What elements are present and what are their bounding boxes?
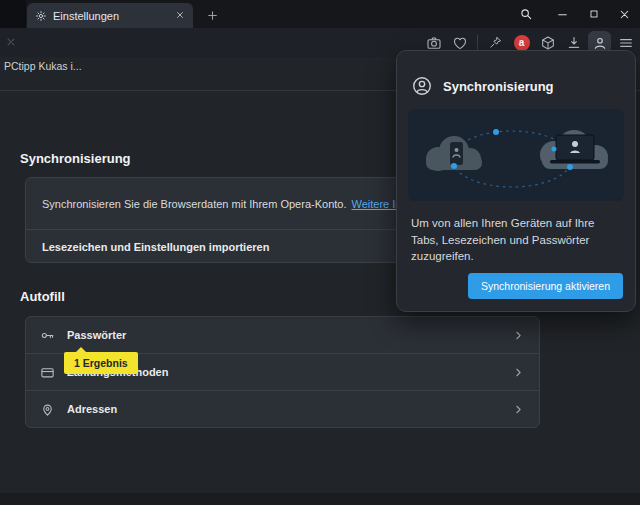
person-circle-icon (411, 75, 433, 97)
cube-icon (540, 35, 556, 51)
close-button[interactable] (609, 0, 640, 28)
sync-section-heading: Synchronisierung (20, 151, 131, 166)
pushpin-icon (488, 35, 503, 50)
popup-body-text: Um von allen Ihren Geräten auf Ihre Tabs… (397, 201, 635, 265)
search-button[interactable] (510, 0, 541, 28)
menu-sliders-icon (618, 35, 634, 51)
credit-card-icon (40, 365, 55, 380)
window-controls (510, 0, 640, 28)
sync-description: Synchronisieren Sie die Browserdaten mit… (42, 198, 346, 210)
passwords-row[interactable]: Passwörter (26, 317, 539, 354)
result-count-badge: 1 Ergebnis (64, 352, 138, 374)
popup-title: Synchronisierung (443, 79, 554, 94)
popup-header: Synchronisierung (397, 51, 635, 109)
tab-title: Einstellungen (53, 10, 119, 22)
addresses-label: Adressen (67, 403, 117, 415)
close-icon (618, 8, 631, 21)
heart-icon (452, 35, 468, 51)
passwords-label: Passwörter (67, 329, 126, 341)
search-icon (519, 7, 533, 21)
window-bottom-edge (0, 493, 640, 505)
sync-illustration (408, 109, 624, 201)
window-corner (0, 0, 26, 28)
autofill-section-heading: Autofill (20, 289, 65, 304)
gear-icon (35, 10, 47, 22)
tab-close-icon[interactable] (175, 10, 185, 22)
minimize-button[interactable] (547, 0, 578, 28)
minimize-icon (556, 8, 569, 21)
download-icon (566, 35, 582, 51)
extension-a-icon: a (514, 35, 530, 51)
key-icon (40, 328, 55, 343)
person-icon (592, 35, 608, 51)
tab-einstellungen[interactable]: Einstellungen (27, 3, 193, 28)
toolbar-divider (477, 35, 478, 50)
partial-page-text[interactable]: PCtipp Kukas i... (4, 60, 82, 72)
location-pin-icon (40, 402, 55, 417)
maximize-button[interactable] (578, 0, 609, 28)
sync-popup: Synchronisierung (396, 50, 636, 312)
plus-icon (206, 9, 219, 22)
tab-bar: Einstellungen (0, 0, 640, 28)
addresses-row[interactable]: Adressen (26, 391, 539, 427)
sidebar-toggle-icon[interactable] (2, 33, 20, 51)
browser-window: Einstellungen (0, 0, 640, 505)
activate-sync-button[interactable]: Synchronisierung aktivieren (468, 273, 623, 299)
chevron-right-icon (512, 403, 525, 416)
chevron-right-icon (512, 366, 525, 379)
chevron-right-icon (512, 329, 525, 342)
new-tab-button[interactable] (201, 4, 223, 26)
camera-icon (426, 35, 442, 51)
import-bookmarks-label: Lesezeichen und Einstellungen importiere… (42, 241, 269, 253)
maximize-icon (588, 8, 600, 20)
